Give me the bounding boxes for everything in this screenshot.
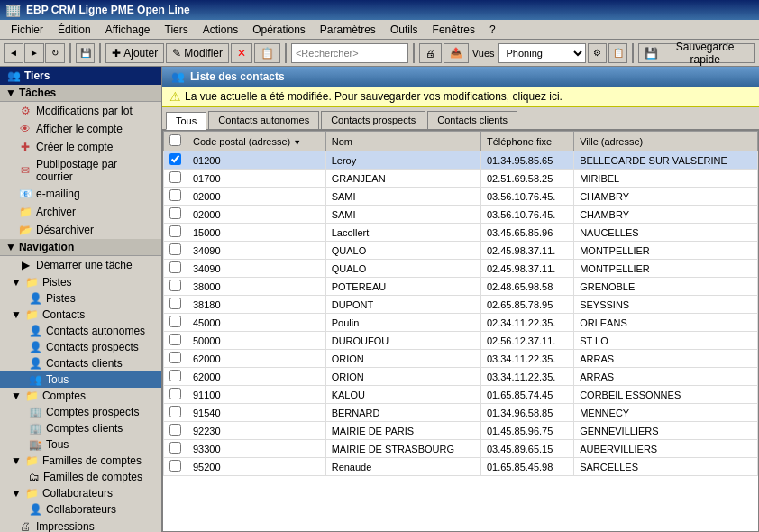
task-modifications[interactable]: ⚙ Modifications par lot <box>0 102 161 120</box>
row-checkbox[interactable] <box>169 298 181 309</box>
row-checkbox[interactable] <box>169 316 181 327</box>
row-checkbox[interactable] <box>169 153 181 165</box>
col-nom[interactable]: Nom <box>325 132 480 151</box>
modify-button[interactable]: ✎ Modifier <box>166 43 229 63</box>
tab-contacts-prospects[interactable]: Contacts prospects <box>321 111 425 129</box>
row-checkbox-cell[interactable] <box>164 314 187 332</box>
row-checkbox-cell[interactable] <box>164 278 187 296</box>
row-checkbox[interactable] <box>169 334 181 345</box>
row-checkbox-cell[interactable] <box>164 458 187 476</box>
nav-collaborateurs[interactable]: 👤 Collaborateurs <box>0 501 161 518</box>
search-input[interactable] <box>291 43 408 63</box>
menu-tiers[interactable]: Tiers <box>158 22 196 38</box>
row-checkbox-cell[interactable] <box>164 386 187 404</box>
nav-comptes-clients[interactable]: 🏢 Comptes clients <box>0 420 161 436</box>
row-checkbox-cell[interactable] <box>164 188 187 206</box>
row-checkbox-cell[interactable] <box>164 422 187 440</box>
menu-parametres[interactable]: Paramètres <box>313 22 383 38</box>
row-checkbox[interactable] <box>169 243 181 255</box>
row-checkbox[interactable] <box>169 225 181 237</box>
col-ville[interactable]: Ville (adresse) <box>574 132 758 151</box>
row-checkbox[interactable] <box>169 352 181 363</box>
row-checkbox[interactable] <box>169 424 181 436</box>
taches-section[interactable]: ▼ Tâches <box>0 85 161 102</box>
nav-contacts-prospects[interactable]: 👤 Contacts prospects <box>0 339 161 355</box>
nav-impressions[interactable]: 🖨 Impressions <box>0 518 161 532</box>
menu-operations[interactable]: Opérations <box>245 22 313 38</box>
row-checkbox-cell[interactable] <box>164 296 187 314</box>
row-checkbox[interactable] <box>169 442 181 454</box>
menu-affichage[interactable]: Affichage <box>98 22 158 38</box>
row-checkbox-cell[interactable] <box>164 151 187 170</box>
nav-contacts-group[interactable]: ▼ 📁 Contacts <box>0 307 161 323</box>
phoning-dropdown[interactable]: Phoning <box>498 43 586 63</box>
task-desarchiver[interactable]: 📂 Désarchiver <box>0 221 161 239</box>
phoning-config-button[interactable]: ⚙ <box>588 43 607 63</box>
row-checkbox-cell[interactable] <box>164 206 187 224</box>
row-checkbox-cell[interactable] <box>164 404 187 422</box>
nav-comptes-group[interactable]: ▼ 📁 Comptes <box>0 388 161 404</box>
info-bar[interactable]: ⚠ La vue actuelle a été modifiée. Pour s… <box>162 87 759 107</box>
menu-actions[interactable]: Actions <box>196 22 245 38</box>
copy-button[interactable]: 📋 <box>254 43 280 63</box>
nav-comptes-tous[interactable]: 🏬 Tous <box>0 436 161 453</box>
row-checkbox-cell[interactable] <box>164 440 187 458</box>
delete-button[interactable]: ✕ <box>231 43 252 63</box>
menu-edition[interactable]: Édition <box>50 22 98 38</box>
task-creer[interactable]: ✚ Créer le compte <box>0 138 161 156</box>
task-archiver[interactable]: 📁 Archiver <box>0 203 161 221</box>
row-checkbox-cell[interactable] <box>164 242 187 260</box>
tab-contacts-clients[interactable]: Contacts clients <box>427 111 517 129</box>
add-button[interactable]: ✚ Ajouter <box>105 43 164 63</box>
row-checkbox-cell[interactable] <box>164 350 187 368</box>
row-checkbox-cell[interactable] <box>164 368 187 386</box>
print-button[interactable]: 🖨 <box>419 43 442 63</box>
menu-fichier[interactable]: Fichier <box>4 22 50 38</box>
col-checkbox[interactable] <box>164 132 187 151</box>
task-emailing[interactable]: 📧 e-mailing <box>0 185 161 203</box>
row-checkbox[interactable] <box>169 189 181 201</box>
nav-familles[interactable]: 🗂 Familles de comptes <box>0 469 161 485</box>
task-icon: 👁 <box>18 122 32 136</box>
nav-familles-group[interactable]: ▼ 📁 Familles de comptes <box>0 453 161 469</box>
back-button[interactable]: ◄ <box>4 43 23 63</box>
row-checkbox[interactable] <box>169 406 181 417</box>
nav-pistes[interactable]: 👤 Pistes <box>0 290 161 307</box>
nav-comptes-prospects[interactable]: 🏢 Comptes prospects <box>0 404 161 420</box>
forward-button[interactable]: ► <box>24 43 44 63</box>
menu-help[interactable]: ? <box>482 22 503 38</box>
col-code-postal[interactable]: Code postal (adresse) ▼ <box>187 132 326 151</box>
row-checkbox[interactable] <box>169 388 181 399</box>
nav-contacts-tous[interactable]: 👥 Tous <box>0 371 161 388</box>
col-telephone[interactable]: Téléphone fixe <box>480 132 573 151</box>
row-checkbox[interactable] <box>169 460 181 472</box>
select-all-checkbox[interactable] <box>169 134 181 146</box>
row-checkbox-cell[interactable] <box>164 224 187 242</box>
nav-contacts-clients[interactable]: 👤 Contacts clients <box>0 355 161 371</box>
row-checkbox-cell[interactable] <box>164 332 187 350</box>
export-button[interactable]: 📤 <box>444 43 469 63</box>
sauvegarde-button[interactable]: 💾 Sauvegarde rapide <box>638 43 755 63</box>
task-publipostage[interactable]: ✉ Publipostage par courrier <box>0 156 161 185</box>
task-afficher[interactable]: 👁 Afficher le compte <box>0 120 161 138</box>
tab-contacts-autonomes[interactable]: Contacts autonomes <box>208 111 319 129</box>
row-checkbox-cell[interactable] <box>164 260 187 278</box>
refresh-button[interactable]: ↻ <box>45 43 65 63</box>
nav-collaborateurs-group[interactable]: ▼ 📁 Collaborateurs <box>0 485 161 501</box>
navigation-section[interactable]: ▼ Navigation <box>0 239 161 256</box>
menu-outils[interactable]: Outils <box>383 22 425 38</box>
row-checkbox[interactable] <box>169 280 181 291</box>
row-checkbox[interactable] <box>169 261 181 273</box>
menu-fenetres[interactable]: Fenêtres <box>425 22 482 38</box>
nav-contacts-autonomes[interactable]: 👤 Contacts autonomes <box>0 323 161 339</box>
nav-demarrer[interactable]: ▶ Démarrer une tâche <box>0 256 161 274</box>
phoning-copy-button[interactable]: 📋 <box>608 43 627 63</box>
row-checkbox-cell[interactable] <box>164 170 187 188</box>
row-checkbox[interactable] <box>169 370 181 381</box>
save-icon-button[interactable]: 💾 <box>76 43 95 63</box>
nav-pistes-group[interactable]: ▼ 📁 Pistes <box>0 274 161 290</box>
row-checkbox[interactable] <box>169 207 181 219</box>
row-checkbox[interactable] <box>169 171 181 183</box>
tab-tous[interactable]: Tous <box>166 112 206 130</box>
title-bar: 🏢 EBP CRM Ligne PME Open Line <box>0 0 759 20</box>
